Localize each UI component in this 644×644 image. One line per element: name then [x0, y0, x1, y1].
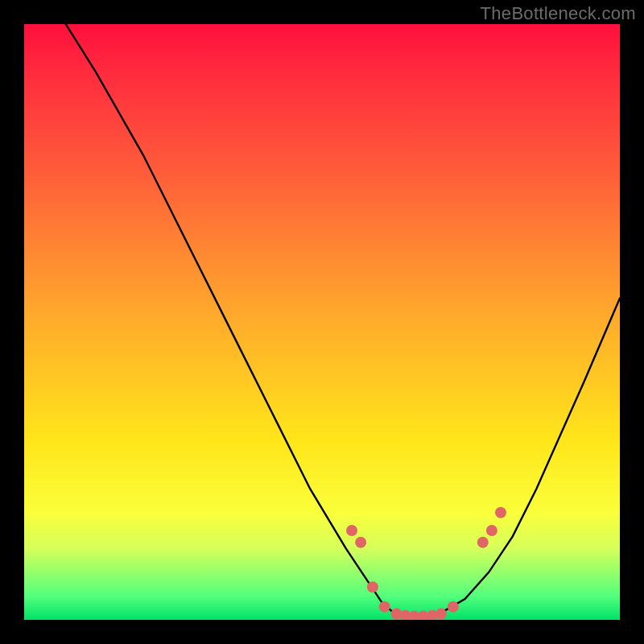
marker-dot — [448, 601, 459, 613]
marker-dot — [379, 601, 390, 613]
marker-dot — [436, 609, 447, 620]
marker-dot — [486, 525, 497, 536]
marker-dot — [367, 581, 378, 592]
plot-area — [24, 24, 620, 620]
bottleneck-curve — [66, 24, 620, 617]
watermark-text: TheBottleneck.com — [481, 3, 636, 24]
curve-svg — [24, 24, 620, 620]
threshold-markers — [346, 507, 506, 620]
marker-dot — [477, 537, 489, 548]
marker-dot — [495, 507, 506, 518]
chart-frame: TheBottleneck.com — [0, 0, 644, 644]
marker-dot — [355, 537, 366, 548]
marker-dot — [346, 525, 357, 536]
